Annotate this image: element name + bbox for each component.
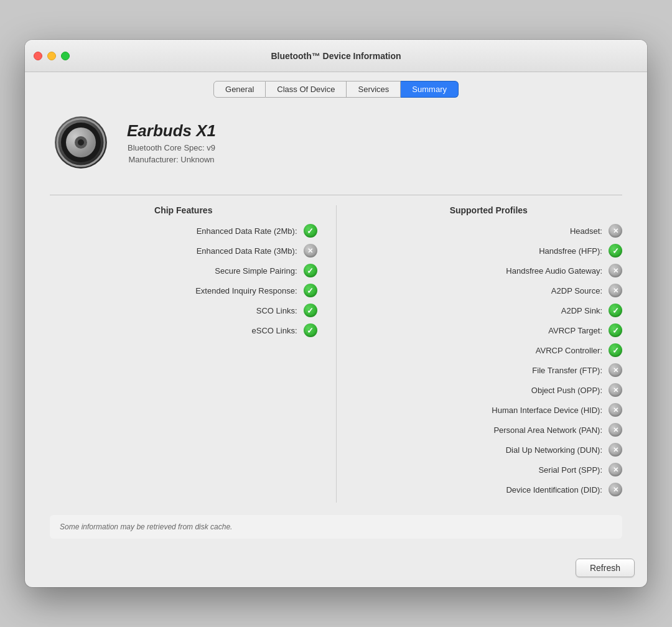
- feature-ssp-icon: ✓: [304, 264, 317, 277]
- profile-avrcp-target: AVRCP Target: ✓: [355, 323, 623, 337]
- feature-esco-label: eSCO Links:: [252, 326, 297, 335]
- tab-services[interactable]: Services: [347, 81, 401, 98]
- device-spec: Bluetooth Core Spec: v9: [127, 143, 216, 152]
- profile-a2dp-source-icon: ✕: [609, 284, 622, 297]
- profile-a2dp-sink-label: A2DP Sink:: [561, 306, 602, 315]
- tab-class-of-device[interactable]: Class Of Device: [266, 81, 347, 98]
- device-manufacturer: Manufacturer: Unknown: [127, 155, 216, 164]
- feature-edr2mb-icon: ✓: [304, 224, 317, 238]
- feature-eir-icon: ✓: [304, 284, 317, 297]
- profile-hid-icon: ✕: [609, 403, 622, 417]
- feature-edr3mb-icon: ✕: [304, 244, 317, 258]
- profile-headset: Headset: ✕: [355, 224, 623, 238]
- feature-edr2mb-label: Enhanced Data Rate (2Mb):: [197, 226, 297, 236]
- supported-profiles-header: Supported Profiles: [355, 205, 623, 215]
- profile-ftp-label: File Transfer (FTP):: [532, 366, 602, 375]
- feature-sco-label: SCO Links:: [256, 306, 297, 315]
- profile-avrcp-controller-label: AVRCP Controller:: [536, 346, 602, 355]
- profile-avrcp-controller-icon: ✓: [609, 343, 622, 357]
- content-area: Earbuds X1 Bluetooth Core Spec: v9 Manuf…: [25, 105, 647, 551]
- profile-opp-label: Object Push (OPP):: [531, 386, 602, 395]
- feature-esco-icon: ✓: [304, 323, 317, 337]
- profile-avrcp-target-icon: ✓: [609, 323, 622, 337]
- profile-a2dp-sink-icon: ✓: [609, 304, 622, 317]
- footer-note: Some information may be retrieved from d…: [50, 515, 622, 539]
- bottom-bar: Refresh: [25, 551, 647, 587]
- profile-hfag-icon: ✕: [609, 264, 622, 277]
- feature-edr3mb-label: Enhanced Data Rate (3Mb):: [197, 246, 297, 256]
- feature-eir-label: Extended Inquiry Response:: [195, 286, 297, 295]
- refresh-button[interactable]: Refresh: [576, 559, 635, 577]
- features-section: Chip Features Enhanced Data Rate (2Mb): …: [50, 205, 622, 503]
- tab-general[interactable]: General: [213, 81, 266, 98]
- profile-did-icon: ✕: [609, 483, 622, 496]
- profile-hfp-label: Handsfree (HFP):: [539, 246, 602, 256]
- profile-dun-label: Dial Up Networking (DUN):: [506, 445, 602, 455]
- profile-headset-icon: ✕: [609, 224, 622, 238]
- profile-hfp-icon: ✓: [609, 244, 622, 258]
- feature-edr2mb: Enhanced Data Rate (2Mb): ✓: [50, 224, 317, 238]
- device-header: Earbuds X1 Bluetooth Core Spec: v9 Manuf…: [50, 111, 622, 180]
- profile-spp: Serial Port (SPP): ✕: [355, 463, 623, 476]
- profile-spp-label: Serial Port (SPP):: [538, 465, 602, 475]
- chip-features-header: Chip Features: [50, 205, 317, 215]
- main-window: Bluetooth™ Device Information General Cl…: [25, 40, 647, 587]
- tab-summary[interactable]: Summary: [401, 81, 459, 98]
- feature-ssp: Secure Simple Pairing: ✓: [50, 264, 317, 277]
- close-button[interactable]: [34, 52, 42, 60]
- feature-eir: Extended Inquiry Response: ✓: [50, 284, 317, 297]
- profile-dun-icon: ✕: [609, 443, 622, 457]
- profile-hid: Human Interface Device (HID): ✕: [355, 403, 623, 417]
- supported-profiles-panel: Supported Profiles Headset: ✕ Handsfree …: [336, 205, 623, 503]
- profile-dun: Dial Up Networking (DUN): ✕: [355, 443, 623, 457]
- minimize-button[interactable]: [47, 52, 56, 60]
- profile-pan: Personal Area Network (PAN): ✕: [355, 423, 623, 437]
- window-title: Bluetooth™ Device Information: [271, 51, 401, 61]
- profile-hfp: Handsfree (HFP): ✓: [355, 244, 623, 258]
- traffic-lights: [34, 52, 70, 60]
- device-name: Earbuds X1: [127, 121, 216, 141]
- maximize-button[interactable]: [61, 52, 70, 60]
- feature-ssp-label: Secure Simple Pairing:: [215, 266, 297, 276]
- profile-a2dp-source-label: A2DP Source:: [551, 286, 602, 295]
- device-icon: [50, 111, 112, 174]
- tabs-bar: General Class Of Device Services Summary: [25, 72, 647, 105]
- chip-features-panel: Chip Features Enhanced Data Rate (2Mb): …: [50, 205, 336, 503]
- feature-esco: eSCO Links: ✓: [50, 323, 317, 337]
- profile-spp-icon: ✕: [609, 463, 622, 476]
- svg-point-4: [78, 139, 84, 146]
- profile-did: Device Identification (DID): ✕: [355, 483, 623, 496]
- profile-a2dp-sink: A2DP Sink: ✓: [355, 304, 623, 317]
- profile-hfag-label: Handsfree Audio Gateway:: [506, 266, 602, 276]
- profile-ftp: File Transfer (FTP): ✕: [355, 363, 623, 377]
- titlebar: Bluetooth™ Device Information: [25, 40, 647, 72]
- profile-pan-label: Personal Area Network (PAN):: [493, 425, 602, 435]
- profile-hfag: Handsfree Audio Gateway: ✕: [355, 264, 623, 277]
- profile-hid-label: Human Interface Device (HID):: [492, 406, 602, 415]
- profile-a2dp-source: A2DP Source: ✕: [355, 284, 623, 297]
- profile-opp-icon: ✕: [609, 383, 622, 397]
- device-info: Earbuds X1 Bluetooth Core Spec: v9 Manuf…: [127, 121, 216, 164]
- profile-avrcp-controller: AVRCP Controller: ✓: [355, 343, 623, 357]
- feature-edr3mb: Enhanced Data Rate (3Mb): ✕: [50, 244, 317, 258]
- profile-ftp-icon: ✕: [609, 363, 622, 377]
- profile-did-label: Device Identification (DID):: [506, 485, 602, 495]
- profile-avrcp-target-label: AVRCP Target:: [548, 326, 602, 335]
- profile-pan-icon: ✕: [609, 423, 622, 437]
- feature-sco-icon: ✓: [304, 304, 317, 317]
- section-divider: [50, 195, 622, 195]
- profile-opp: Object Push (OPP): ✕: [355, 383, 623, 397]
- profile-headset-label: Headset:: [570, 226, 602, 236]
- feature-sco: SCO Links: ✓: [50, 304, 317, 317]
